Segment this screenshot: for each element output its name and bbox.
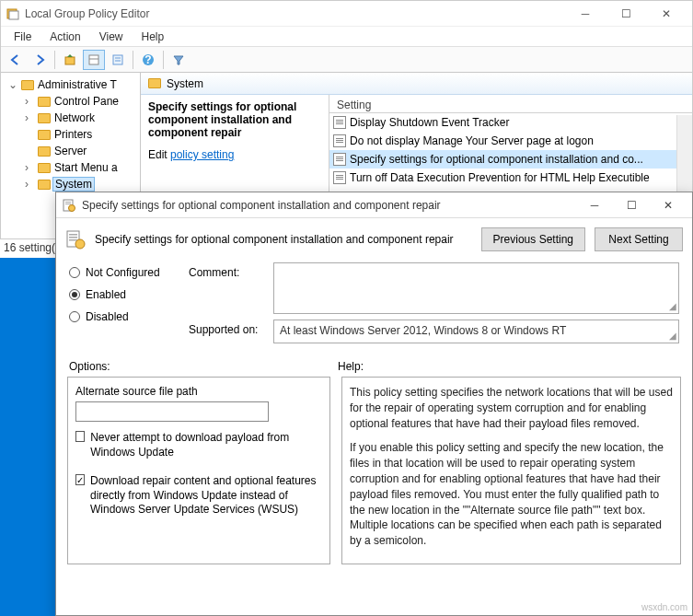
setting-row-selected[interactable]: Specify settings for optional component …: [329, 150, 692, 169]
supported-textbox: At least Windows Server 2012, Windows 8 …: [273, 320, 679, 343]
back-button[interactable]: [5, 50, 27, 70]
menu-view[interactable]: View: [92, 29, 131, 45]
folder-icon: [148, 78, 161, 88]
dialog-minimize[interactable]: ─: [576, 192, 613, 218]
desktop-background: [0, 258, 55, 616]
checkbox-download-wu[interactable]: ✓Download repair content and optional fe…: [75, 474, 322, 517]
maximize-button[interactable]: ☐: [606, 1, 646, 27]
comment-label: Comment:: [189, 262, 273, 314]
watermark: wsxdn.com: [641, 602, 687, 612]
radio-enabled[interactable]: Enabled: [69, 288, 170, 301]
dialog-close[interactable]: ✕: [650, 192, 687, 218]
radio-not-configured[interactable]: Not Configured: [69, 266, 170, 279]
setting-row[interactable]: Display Shutdown Event Tracker: [329, 113, 692, 132]
folder-icon: [38, 180, 51, 190]
svg-rect-3: [89, 55, 98, 64]
dialog-maximize[interactable]: ☐: [613, 192, 650, 218]
svg-text:?: ?: [144, 53, 151, 66]
menu-help[interactable]: Help: [134, 29, 172, 45]
alt-path-label: Alternate source file path: [75, 385, 322, 398]
dialog-title: Specify settings for optional component …: [82, 199, 441, 212]
folder-icon: [38, 97, 51, 107]
comment-textarea[interactable]: ◢: [273, 262, 679, 314]
checkbox-never-download[interactable]: Never attempt to download payload from W…: [75, 431, 322, 459]
properties-button[interactable]: [107, 50, 129, 70]
next-setting-button[interactable]: Next Setting: [595, 227, 683, 251]
folder-icon: [38, 163, 51, 173]
tree-item[interactable]: ›Start Menu a: [3, 159, 138, 176]
section-labels: Options: Help:: [56, 353, 692, 377]
svg-rect-17: [69, 239, 77, 241]
policy-icon: [62, 198, 76, 213]
window-controls: ─ ☐ ✕: [565, 1, 687, 27]
svg-rect-11: [65, 202, 71, 203]
svg-rect-1: [9, 11, 18, 19]
options-label: Options:: [69, 360, 338, 373]
panels: Alternate source file path Never attempt…: [56, 377, 692, 574]
svg-rect-5: [113, 55, 122, 64]
tree-item-system[interactable]: ›System: [3, 176, 138, 192]
main-titlebar: Local Group Policy Editor ─ ☐ ✕: [1, 1, 692, 27]
desc-title: Specify settings for optional component …: [148, 100, 321, 139]
close-button[interactable]: ✕: [646, 1, 687, 27]
tree-item[interactable]: Printers: [3, 126, 138, 143]
folder-icon: [38, 113, 51, 123]
policy-item-icon: [333, 153, 346, 166]
supported-label: Supported on:: [189, 320, 273, 343]
minimize-button[interactable]: ─: [565, 1, 606, 27]
menubar: File Action View Help: [1, 27, 692, 47]
policy-setting-link[interactable]: policy setting: [170, 148, 234, 161]
setting-row[interactable]: Turn off Data Execution Prevention for H…: [329, 169, 692, 187]
help-label: Help:: [338, 360, 364, 373]
svg-point-13: [69, 204, 75, 211]
filter-button[interactable]: [167, 50, 190, 70]
policy-item-icon: [333, 171, 346, 184]
alt-path-input[interactable]: [75, 401, 269, 422]
svg-rect-15: [69, 234, 77, 236]
policy-item-icon: [333, 134, 346, 147]
tree-root[interactable]: ⌄Administrative T: [3, 76, 138, 93]
setting-row[interactable]: Do not display Manage Your Server page a…: [329, 132, 692, 150]
radio-group: Not Configured Enabled Disabled: [69, 262, 170, 349]
help-para-2: If you enable this policy setting and sp…: [350, 440, 673, 549]
resize-grip-icon: ◢: [669, 331, 676, 341]
tree-item[interactable]: ›Control Pane: [3, 93, 138, 110]
resize-grip-icon[interactable]: ◢: [669, 301, 676, 311]
menu-file[interactable]: File: [6, 29, 39, 45]
menu-action[interactable]: Action: [42, 29, 87, 45]
dialog-subtitle: Specify settings for optional component …: [95, 233, 472, 246]
svg-rect-2: [65, 57, 75, 64]
config-area: Not Configured Enabled Disabled Comment:…: [56, 259, 692, 353]
policy-large-icon: [65, 229, 86, 250]
main-title: Local Group Policy Editor: [6, 7, 565, 20]
tree-item[interactable]: Server: [3, 143, 138, 159]
up-button[interactable]: [59, 50, 81, 70]
dialog-header: Specify settings for optional component …: [56, 218, 692, 259]
svg-rect-16: [69, 237, 77, 238]
folder-icon: [38, 146, 51, 157]
dialog-titlebar: Specify settings for optional component …: [56, 192, 692, 218]
breadcrumb: System: [141, 73, 692, 95]
crumb-text: System: [167, 77, 203, 90]
folder-icon: [21, 80, 34, 90]
tree-item[interactable]: ›Network: [3, 110, 138, 126]
previous-setting-button[interactable]: Previous Setting: [481, 227, 585, 251]
help-panel: This policy setting specifies the networ…: [341, 377, 681, 564]
svg-rect-12: [65, 203, 71, 204]
app-icon: [6, 7, 19, 20]
folder-icon: [38, 130, 51, 140]
help-button[interactable]: ?: [137, 50, 159, 70]
edit-link-row: Edit policy setting: [148, 148, 321, 161]
svg-point-18: [75, 239, 85, 249]
settings-header[interactable]: Setting: [329, 95, 692, 113]
toolbar: ?: [1, 47, 692, 73]
policy-item-icon: [333, 116, 346, 129]
options-panel: Alternate source file path Never attempt…: [67, 377, 330, 564]
policy-dialog: Specify settings for optional component …: [55, 192, 693, 616]
help-para-1: This policy setting specifies the networ…: [350, 385, 673, 431]
radio-disabled[interactable]: Disabled: [69, 310, 170, 323]
forward-button[interactable]: [29, 50, 51, 70]
show-hide-button[interactable]: [83, 50, 105, 70]
